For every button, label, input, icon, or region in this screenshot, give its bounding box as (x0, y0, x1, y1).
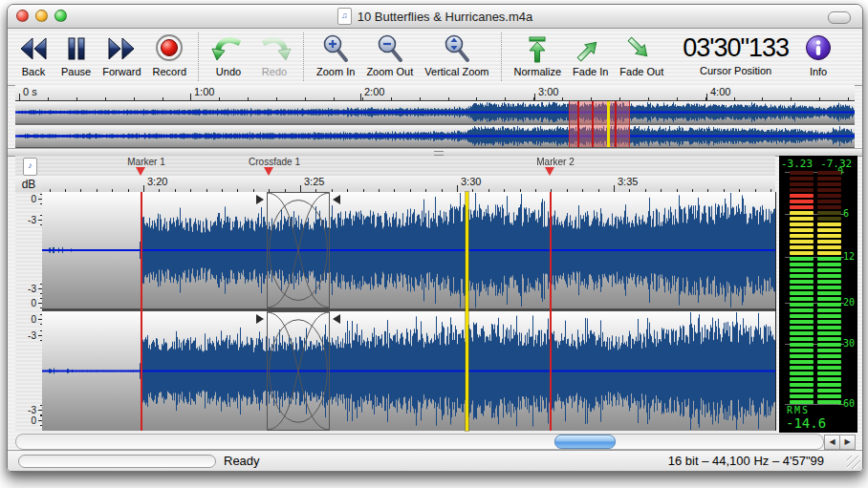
info-button[interactable]: Info (798, 29, 838, 85)
main-time-ruler[interactable]: 3:203:253:303:35 (42, 176, 775, 193)
crossfade-left-handle-icon[interactable] (256, 195, 264, 204)
ruler-minor-tick (76, 97, 77, 100)
marker-triangle-icon[interactable] (264, 167, 273, 176)
meter-segment (817, 280, 841, 284)
resize-grip[interactable] (847, 456, 860, 469)
meter-segment (817, 337, 841, 341)
overview-waveform[interactable] (15, 101, 855, 148)
redo-button[interactable]: Redo (251, 29, 297, 85)
ruler-minor-tick (791, 97, 792, 100)
back-icon (17, 32, 50, 65)
ruler-minor-tick (163, 97, 163, 100)
ruler-minor-tick (819, 97, 820, 100)
back-button[interactable]: Back (11, 29, 55, 85)
cursor-position-display: 03'30"133 Cursor Position (673, 29, 798, 85)
marker-triangle-icon[interactable] (136, 167, 145, 176)
meter-segment (790, 205, 814, 209)
file-proxy-icon[interactable]: ♪ (23, 158, 37, 176)
meter-segment (817, 291, 841, 295)
meter-segment (817, 171, 841, 175)
ruler-minor-tick (448, 97, 449, 100)
marker-line[interactable] (141, 192, 142, 431)
ruler-minor-tick (505, 97, 506, 100)
record-button[interactable]: Record (147, 29, 192, 85)
meter-segment (817, 354, 841, 358)
meter-segment (817, 223, 841, 226)
overview-time-ruler[interactable]: 0 s1:002:003:004:00 (15, 85, 855, 101)
meter-segment (790, 223, 814, 226)
zoom-in-button[interactable]: Zoom In (311, 29, 360, 85)
back-label: Back (22, 66, 45, 77)
ruler-minor-tick (648, 97, 649, 100)
db-axis-label: dB (15, 176, 42, 193)
horizontal-scrollbar[interactable]: ◀ ▶ (15, 433, 855, 450)
meter-segment (817, 228, 841, 232)
crossfade-right-handle-icon[interactable] (333, 195, 340, 204)
ruler-tick-label: 2:00 (364, 86, 384, 97)
crossfade-envelope[interactable] (267, 192, 330, 308)
meter-segment (817, 177, 841, 180)
meter-segment (817, 320, 841, 324)
cursor-position-value: 03'30"133 (683, 33, 789, 63)
audio-editor-window: ♫ 10 Butterflies & Hurricanes.m4a (7, 4, 863, 472)
meter-segment (790, 194, 814, 198)
meter-segment (790, 383, 814, 387)
crossfade-left-handle-icon[interactable] (256, 314, 264, 324)
waveform-channel-right[interactable] (42, 311, 775, 431)
rms-label: RMS (787, 405, 810, 415)
title-bar[interactable]: ♫ 10 Butterflies & Hurricanes.m4a (8, 5, 862, 29)
meter-segment (817, 297, 841, 301)
meter-segment (790, 171, 814, 175)
desktop: ♫ 10 Butterflies & Hurricanes.m4a (0, 0, 868, 488)
crossfade-envelope[interactable] (267, 311, 330, 431)
normalize-button[interactable]: Normalize (509, 29, 568, 85)
scrollbar-track[interactable] (15, 434, 824, 450)
meter-segment (817, 308, 841, 312)
overview-channel-left[interactable] (15, 101, 855, 123)
ruler-minor-tick (734, 97, 735, 100)
meter-segment (790, 274, 814, 278)
meter-segment (817, 286, 841, 289)
scroll-left-arrow[interactable]: ◀ (824, 435, 840, 450)
ruler-minor-tick (276, 97, 277, 100)
ruler-minor-tick (619, 97, 620, 100)
fade-in-icon (575, 32, 606, 65)
fade-out-button[interactable]: Fade Out (614, 29, 669, 85)
toolbar-toggle-pill[interactable] (828, 11, 851, 24)
meter-segment (817, 383, 841, 387)
scroll-right-arrow[interactable]: ▶ (839, 435, 856, 450)
ruler-tick-label: 0 s (23, 86, 37, 97)
playback-cursor-line[interactable] (466, 192, 468, 431)
overview-channel-right[interactable] (15, 125, 855, 147)
meter-segment (817, 400, 841, 404)
pause-button[interactable]: Pause (55, 29, 97, 85)
forward-label: Forward (102, 66, 141, 77)
ruler-minor-tick (248, 97, 249, 100)
vertical-zoom-button[interactable]: Vertical Zoom (419, 29, 494, 85)
overview-marker-line (592, 101, 594, 147)
meter-segment (790, 182, 814, 186)
ruler-tick-label: 3:30 (461, 176, 481, 187)
scrollbar-thumb[interactable] (554, 435, 616, 449)
meter-segment (790, 360, 814, 364)
meter-segment (790, 349, 814, 352)
toolbar: Back Pause Forward Record (8, 29, 862, 86)
marker-bar[interactable]: ♪ Marker 1Crossfade 1Marker 2 (15, 156, 775, 176)
marker-line[interactable] (550, 192, 552, 431)
ruler-minor-tick (334, 97, 335, 100)
normalize-icon (523, 32, 552, 65)
meter-segment (790, 257, 814, 261)
forward-button[interactable]: Forward (97, 29, 146, 85)
fade-in-button[interactable]: Fade In (567, 29, 614, 85)
marker-triangle-icon[interactable] (545, 167, 554, 176)
crossfade-right-handle-icon[interactable] (333, 314, 340, 324)
meter-segment (817, 303, 841, 307)
meter-segment (817, 274, 841, 278)
meter-segment (790, 389, 814, 393)
waveform-channel-left[interactable] (42, 192, 775, 308)
zoom-out-button[interactable]: Zoom Out (360, 29, 419, 85)
ruler-minor-tick (190, 97, 191, 100)
meter-segment (790, 297, 814, 301)
undo-button[interactable]: Undo (206, 29, 251, 85)
meter-segment (817, 314, 841, 318)
